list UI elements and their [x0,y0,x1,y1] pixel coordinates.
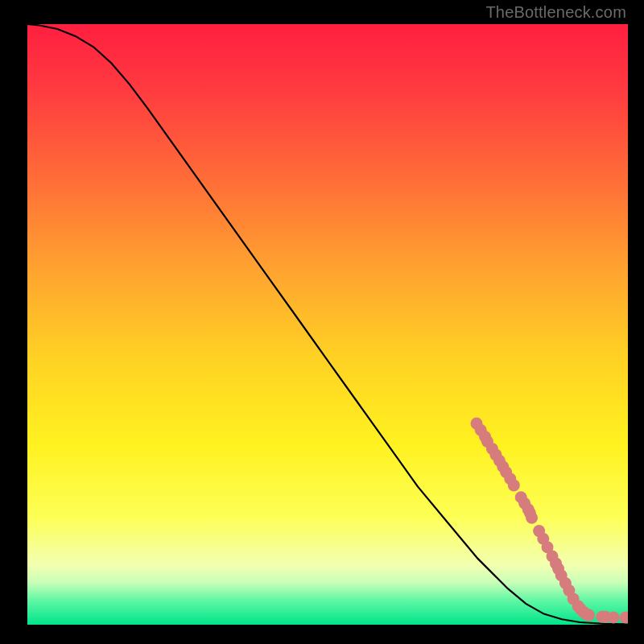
attribution-text: TheBottleneck.com [485,3,626,22]
plot-area [27,24,628,625]
data-point [526,512,538,524]
data-point [583,609,595,621]
data-point [508,479,520,491]
chart-svg [27,24,628,625]
chart-frame: TheBottleneck.com [0,0,644,644]
data-point [608,612,620,624]
data-points [471,418,629,624]
